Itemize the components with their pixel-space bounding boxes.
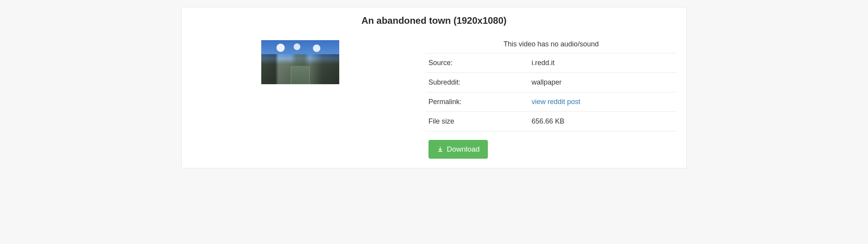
media-card: An abandoned town (1920x1080) This video… (181, 7, 687, 168)
content-row: This video has no audio/sound Source: i.… (191, 37, 677, 159)
download-label: Download (447, 145, 480, 154)
filesize-label: File size (425, 112, 529, 131)
download-icon (437, 146, 444, 153)
source-value: i.redd.it (528, 53, 677, 73)
permalink-value: view reddit post (528, 92, 677, 112)
subreddit-label: Subreddit: (425, 73, 529, 92)
post-title: An abandoned town (1920x1080) (191, 15, 677, 26)
subreddit-value: wallpaper (528, 73, 677, 92)
svg-rect-0 (438, 151, 442, 152)
download-button[interactable]: Download (429, 140, 488, 159)
table-row: Source: i.redd.it (425, 53, 677, 73)
thumbnail-container (191, 37, 410, 84)
no-audio-notice: This video has no audio/sound (425, 37, 677, 53)
details-table: Source: i.redd.it Subreddit: wallpaper P… (425, 53, 677, 131)
table-row: Subreddit: wallpaper (425, 73, 677, 92)
source-label: Source: (425, 53, 529, 73)
permalink-label: Permalink: (425, 92, 529, 112)
video-thumbnail[interactable] (261, 40, 339, 84)
details-panel: This video has no audio/sound Source: i.… (425, 37, 677, 159)
filesize-value: 656.66 KB (528, 112, 677, 131)
table-row: Permalink: view reddit post (425, 92, 677, 112)
table-row: File size 656.66 KB (425, 112, 677, 131)
download-container: Download (425, 140, 677, 159)
permalink-link[interactable]: view reddit post (531, 98, 580, 106)
